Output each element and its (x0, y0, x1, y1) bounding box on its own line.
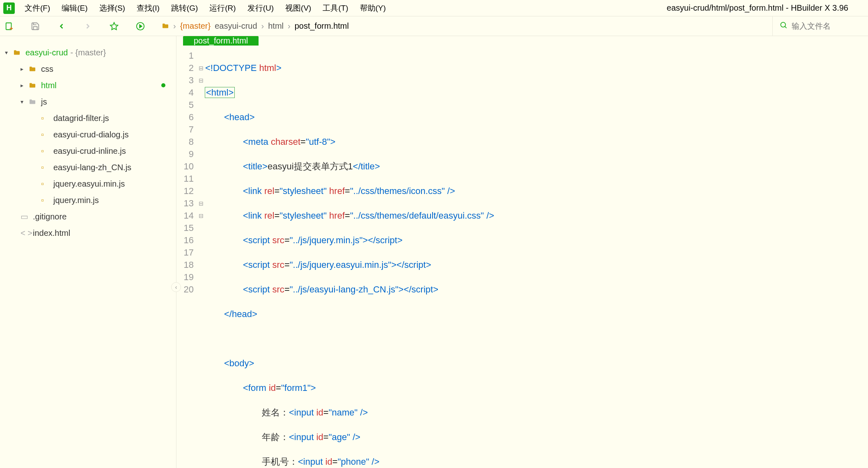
code-file-icon: < > (21, 228, 30, 238)
tree-file[interactable]: ▫easyui-crud-inline.js (0, 143, 176, 159)
modified-indicator-icon (161, 83, 165, 87)
tree-file-label: .gitignore (33, 212, 66, 221)
collapse-sidebar-icon[interactable]: ‹ (171, 282, 181, 292)
breadcrumb-part-1[interactable]: html (268, 21, 284, 31)
fold-gutter[interactable]: ⊟⊟⊟⊟ (197, 50, 205, 468)
app-logo: H (3, 2, 15, 14)
project-explorer: ▾ easyui-crud - {master} ▸ css ▸ html ▾ … (0, 36, 176, 468)
tree-file-label: datagrid-filter.js (53, 114, 109, 123)
save-icon[interactable] (30, 21, 40, 31)
menu-edit[interactable]: 编辑(E) (56, 3, 93, 14)
chevron-right-icon[interactable]: ▸ (21, 66, 29, 72)
tree-file-label: easyui-crud-dialog.js (53, 130, 128, 139)
js-file-icon: ▫ (41, 114, 51, 123)
folder-icon (13, 48, 23, 57)
menu-run[interactable]: 运行(R) (204, 3, 241, 14)
menubar: H 文件(F) 编辑(E) 选择(S) 查找(I) 跳转(G) 运行(R) 发行… (0, 0, 868, 16)
chevron-right-icon: › (288, 21, 291, 31)
tree-file-label: easyui-lang-zh_CN.js (53, 163, 131, 172)
breadcrumb-file[interactable]: post_form.html (295, 21, 349, 31)
tree-folder-label: css (41, 64, 53, 74)
editor-tab-active[interactable]: post_form.html (183, 36, 259, 46)
menu-view[interactable]: 视图(V) (279, 3, 317, 14)
code-content[interactable]: <!DOCTYPE html> <html> <head> <meta char… (205, 50, 868, 468)
tree-file-label: jquery.easyui.min.js (53, 179, 125, 189)
svg-marker-3 (110, 22, 118, 29)
run-icon[interactable] (135, 21, 145, 31)
chevron-right-icon: › (173, 21, 176, 31)
chevron-right-icon: › (261, 21, 264, 31)
menu-select[interactable]: 选择(S) (94, 3, 131, 14)
chevron-down-icon[interactable]: ▾ (21, 98, 29, 105)
file-icon: ▭ (21, 212, 30, 221)
tree-folder-html[interactable]: ▸ html (0, 77, 176, 94)
code-editor[interactable]: 1234567891011121314151617181920 ⊟⊟⊟⊟ <!D… (176, 46, 868, 468)
chevron-right-icon[interactable]: ▸ (21, 82, 29, 89)
search-icon[interactable] (779, 21, 788, 31)
menu-tools[interactable]: 工具(T) (317, 3, 354, 14)
line-gutter: 1234567891011121314151617181920 (176, 50, 197, 468)
breadcrumb-branch[interactable]: {master} (180, 21, 211, 31)
svg-marker-5 (140, 25, 142, 27)
tree-root-branch: - {master} (70, 48, 106, 57)
folder-icon (162, 21, 169, 31)
forward-icon[interactable] (83, 21, 93, 31)
tree-file-gitignore[interactable]: ▭ .gitignore (0, 208, 176, 225)
svg-point-6 (781, 22, 786, 27)
menu-file[interactable]: 文件(F) (19, 3, 56, 14)
folder-icon (29, 81, 39, 90)
tree-file[interactable]: ▫easyui-crud-dialog.js (0, 126, 176, 143)
js-file-icon: ▫ (41, 146, 51, 156)
tree-folder-css[interactable]: ▸ css (0, 61, 176, 77)
svg-line-7 (785, 26, 786, 28)
editor-tabs: post_form.html (176, 36, 868, 46)
menu-find[interactable]: 查找(I) (131, 3, 165, 14)
tree-file-label: index.html (33, 228, 70, 238)
js-file-icon: ▫ (41, 196, 51, 205)
window-title: easyui-crud/html/post_form.html - HBuild… (667, 3, 848, 13)
menu-publish[interactable]: 发行(U) (242, 3, 279, 14)
menu-goto[interactable]: 跳转(G) (165, 3, 204, 14)
new-file-icon[interactable] (4, 21, 14, 31)
tree-file-label: easyui-crud-inline.js (53, 146, 126, 156)
tree-file[interactable]: ▫datagrid-filter.js (0, 110, 176, 126)
tree-file-index[interactable]: < > index.html (0, 225, 176, 241)
editor-area: post_form.html 1234567891011121314151617… (176, 36, 868, 468)
tree-root[interactable]: ▾ easyui-crud - {master} (0, 44, 176, 61)
search-input[interactable] (792, 22, 857, 31)
tree-file-label: jquery.min.js (53, 196, 99, 205)
tree-file[interactable]: ▫jquery.min.js (0, 192, 176, 208)
tree-folder-js[interactable]: ▾ js (0, 94, 176, 110)
folder-open-icon (29, 97, 39, 107)
tree-file[interactable]: ▫easyui-lang-zh_CN.js (0, 159, 176, 176)
breadcrumb-part-0[interactable]: easyui-crud (215, 21, 257, 31)
star-icon[interactable] (109, 21, 119, 31)
folder-icon (29, 64, 39, 74)
toolbar: › {master} easyui-crud › html › post_for… (0, 16, 868, 36)
tree-root-label: easyui-crud (25, 48, 68, 57)
js-file-icon: ▫ (41, 163, 51, 172)
js-file-icon: ▫ (41, 179, 51, 189)
js-file-icon: ▫ (41, 130, 51, 139)
menu-help[interactable]: 帮助(Y) (354, 3, 392, 14)
breadcrumb: › {master} easyui-crud › html › post_for… (162, 21, 349, 31)
tree-folder-label: js (41, 97, 47, 107)
tree-folder-label: html (41, 81, 57, 90)
file-search (772, 16, 864, 36)
back-icon[interactable] (57, 21, 66, 31)
chevron-down-icon[interactable]: ▾ (5, 49, 13, 56)
tree-file[interactable]: ▫jquery.easyui.min.js (0, 176, 176, 192)
